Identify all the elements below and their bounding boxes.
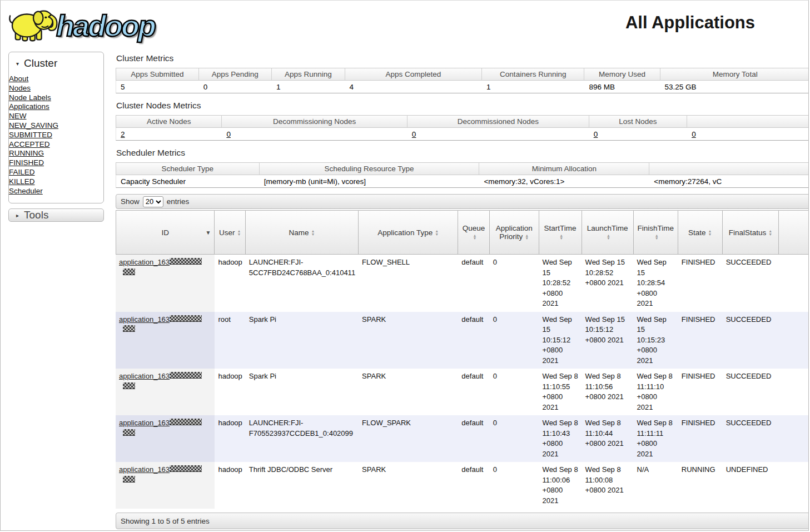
apps-submitted-value: 5 [116, 81, 199, 93]
sidebar-item-about[interactable]: About [9, 74, 103, 83]
application-id-link[interactable]: application_163 [119, 372, 202, 391]
sidebar-item-node-labels[interactable]: Node Labels [9, 93, 103, 102]
finish-time-cell: Wed Sep 8 11:11:10 +0800 2021 [634, 369, 678, 415]
clipped-cell [779, 312, 809, 369]
sidebar: ▾ Cluster About Nodes Node Labels Applic… [8, 52, 104, 222]
col-launch-time[interactable]: LaunchTime▲▼ [582, 210, 634, 255]
minimum-allocation-value: <memory:32, vCores:1> [479, 175, 649, 188]
cluster-nodes-metrics-table: Active Nodes Decommissioning Nodes Decom… [116, 115, 809, 141]
apps-running-value: 1 [272, 81, 345, 93]
table-row: application_163 hadoop Thrift JDBC/ODBC … [116, 462, 809, 509]
col-start-time[interactable]: StartTime▲▼ [539, 210, 582, 255]
launch-time-cell: Wed Sep 15 10:28:52 +0800 2021 [582, 255, 634, 312]
application-type-cell: SPARK [359, 369, 458, 415]
col-user[interactable]: User▲▼ [215, 210, 245, 255]
application-id-link[interactable]: application_163 [119, 258, 202, 277]
col-memory-used: Memory Used [584, 68, 660, 81]
cluster-metrics-row: 5 0 1 4 1 896 MB 53.25 GB [116, 81, 809, 93]
col-id[interactable]: ID▼ [116, 210, 215, 255]
queue-cell: default [458, 462, 489, 509]
redacted-id-segment [170, 465, 202, 472]
lost-nodes-value: 0 [589, 128, 687, 141]
sidebar-item-applications[interactable]: Applications [9, 102, 103, 111]
decommissioning-nodes-value: 0 [222, 128, 407, 141]
sort-icon: ▲▼ [435, 230, 439, 236]
name-cell: LAUNCHER:FJI-F705523937CCDEB1_0:402099 [246, 415, 359, 462]
show-label: Show [121, 197, 140, 206]
app-state-link-killed[interactable]: KILLED [9, 177, 103, 186]
col-apps-running: Apps Running [272, 68, 345, 81]
col-final-status[interactable]: FinalStatus▲▼ [723, 210, 779, 255]
decommissioned-nodes-value: 0 [408, 128, 589, 141]
application-id-link[interactable]: application_163 [119, 465, 202, 484]
queue-cell: default [458, 255, 489, 312]
application-id-cell: application_163 [116, 415, 215, 462]
application-type-cell: FLOW_SHELL [359, 255, 458, 312]
showing-entries-text: Showing 1 to 5 of 5 entries [121, 517, 210, 525]
clipped-cell [779, 369, 809, 415]
col-application-priority[interactable]: Application Priority▲▼ [490, 210, 539, 255]
col-containers-running: Containers Running [482, 68, 584, 81]
table-row: application_163 hadoop LAUNCHER:FJI-F705… [116, 415, 809, 462]
app-state-link-accepted[interactable]: ACCEPTED [9, 140, 103, 149]
table-length-toolbar: Show 20 entries [116, 194, 809, 209]
applications-header-row: ID▼ User▲▼ Name▲▼ Application Type▲▼ Que… [116, 210, 809, 255]
app-state-link-submitted[interactable]: SUBMITTED [9, 130, 103, 140]
application-id-cell: application_163 [116, 369, 215, 415]
app-state-link-new-saving[interactable]: NEW_SAVING [9, 121, 103, 130]
col-apps-completed: Apps Completed [345, 68, 483, 81]
start-time-cell: Wed Sep 8 11:10:43 +0800 2021 [539, 415, 582, 462]
col-application-type[interactable]: Application Type▲▼ [359, 210, 458, 255]
col-active-nodes: Active Nodes [116, 115, 222, 128]
final-status-cell: SUCCEEDED [723, 415, 779, 462]
clipped-cell [779, 415, 809, 462]
col-queue[interactable]: Queue▲▼ [458, 210, 489, 255]
app-state-link-running[interactable]: RUNNING [9, 148, 103, 158]
sort-icon: ▲▼ [559, 234, 563, 240]
priority-cell: 0 [490, 255, 539, 312]
redacted-id-segment [123, 429, 135, 436]
user-cell: hadoop [215, 255, 245, 312]
memory-total-value: 53.25 GB [660, 81, 809, 93]
name-cell: Thrift JDBC/ODBC Server [246, 462, 359, 509]
final-status-cell: UNDEFINED [723, 462, 779, 509]
sidebar-item-nodes[interactable]: Nodes [9, 83, 103, 93]
final-status-cell: SUCCEEDED [723, 312, 779, 369]
state-cell: FINISHED [678, 415, 723, 462]
final-status-cell: SUCCEEDED [723, 255, 779, 312]
redacted-id-segment [170, 315, 202, 322]
hadoop-elephant-icon [6, 4, 59, 46]
col-state[interactable]: State▲▼ [678, 210, 723, 255]
app-state-link-finished[interactable]: FINISHED [9, 158, 103, 167]
application-id-link[interactable]: application_163 [119, 315, 202, 334]
state-cell: FINISHED [678, 369, 723, 415]
col-name[interactable]: Name▲▼ [246, 210, 359, 255]
name-cell: LAUNCHER:FJI-5CC7FBD24C768BAA_0:410411 [246, 255, 359, 312]
cluster-nav-header[interactable]: ▾ Cluster [9, 55, 103, 74]
hadoop-logo: hadoop [6, 4, 155, 46]
cluster-nodes-metrics-row: 2 0 0 0 0 [116, 128, 809, 141]
tools-nav-header[interactable]: ▸ Tools [8, 208, 104, 222]
scheduler-type-value: Capacity Scheduler [116, 175, 260, 188]
redacted-id-segment [123, 325, 135, 332]
col-decommissioning-nodes: Decommissioning Nodes [222, 115, 407, 128]
col-clipped [779, 210, 809, 255]
application-id-link[interactable]: application_163 [119, 419, 202, 437]
col-lost-nodes: Lost Nodes [589, 115, 687, 128]
col-finish-time[interactable]: FinishTime▲▼ [634, 210, 678, 255]
priority-cell: 0 [490, 462, 539, 509]
launch-time-cell: Wed Sep 8 11:10:44 +0800 2021 [582, 415, 634, 462]
sort-icon: ▲▼ [607, 234, 610, 240]
app-state-link-failed[interactable]: FAILED [9, 167, 103, 177]
sidebar-item-scheduler[interactable]: Scheduler [9, 186, 103, 196]
tools-nav-title: Tools [24, 209, 48, 221]
state-cell: RUNNING [678, 462, 723, 509]
page-size-select[interactable]: 20 [143, 196, 163, 207]
queue-cell: default [458, 312, 489, 369]
yarn-all-applications-page: hadoop All Applications ▾ Cluster About … [0, 0, 809, 531]
user-cell: hadoop [215, 415, 245, 462]
sort-icon: ▲▼ [708, 230, 712, 236]
user-cell: hadoop [215, 462, 245, 509]
launch-time-cell: Wed Sep 8 11:00:08 +0800 2021 [582, 462, 634, 509]
app-state-link-new[interactable]: NEW [9, 111, 103, 121]
